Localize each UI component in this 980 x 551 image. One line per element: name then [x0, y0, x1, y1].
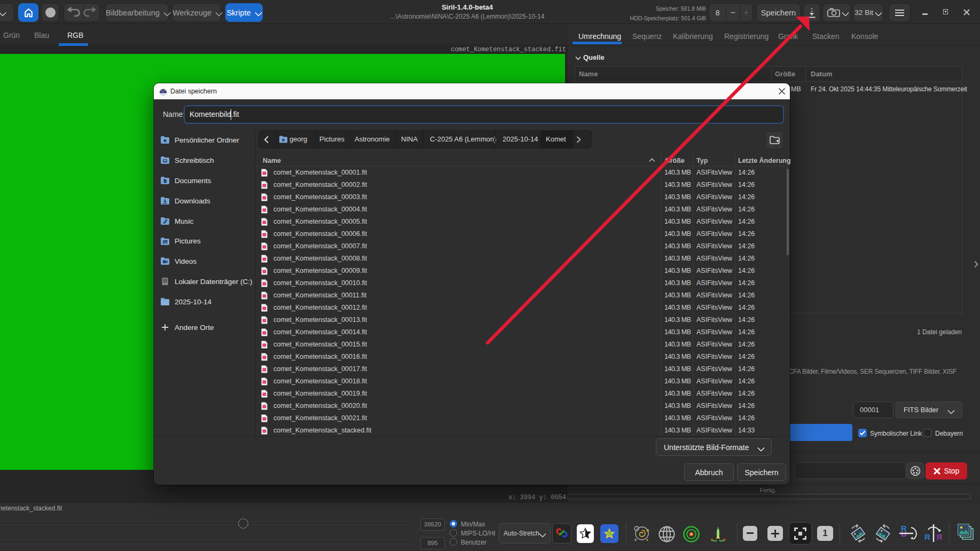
svg-text:R: R [936, 532, 942, 541]
svg-text:R: R [924, 532, 930, 541]
svg-text:R: R [901, 530, 907, 539]
